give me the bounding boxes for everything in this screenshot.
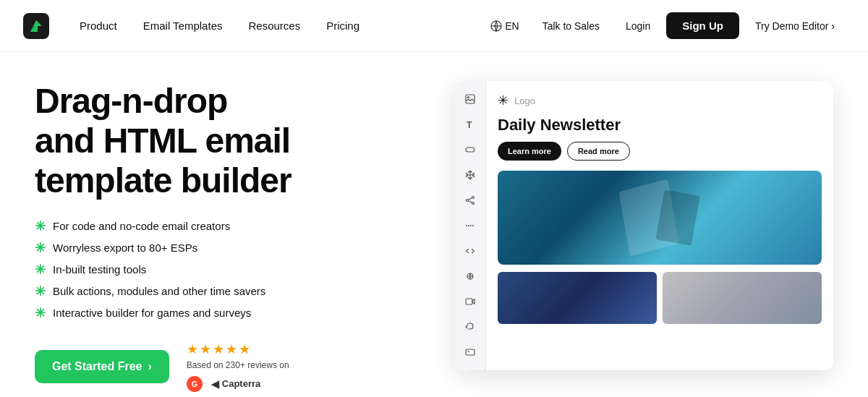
hero-title: Drag-n-dropand HTML emailtemplate builde… bbox=[35, 81, 425, 201]
feature-2: ✳ Worryless export to 80+ ESPs bbox=[35, 240, 425, 256]
svg-point-7 bbox=[466, 200, 468, 202]
language-selector[interactable]: EN bbox=[483, 14, 526, 38]
bullet-icon: ✳ bbox=[35, 218, 46, 234]
cta-row: Get Started Free › ★★★★★ Based on 230+ r… bbox=[35, 341, 425, 392]
get-started-button[interactable]: Get Started Free › bbox=[35, 350, 169, 383]
capterra-logo: ◀ Capterra bbox=[211, 378, 260, 390]
nav-product[interactable]: Product bbox=[69, 14, 127, 38]
email-hero-image bbox=[498, 171, 822, 265]
g2-logo: G bbox=[187, 376, 203, 392]
main-content: Drag-n-dropand HTML emailtemplate builde… bbox=[0, 52, 868, 397]
feature-label: Bulk actions, modules and other time sav… bbox=[53, 285, 265, 297]
editor-sidebar: T bbox=[454, 81, 486, 370]
email-action-buttons: Learn more Read more bbox=[498, 142, 822, 161]
feature-label: For code and no-code email creators bbox=[53, 220, 230, 232]
email-canvas: ✳ Logo Daily Newsletter Learn more Read … bbox=[486, 81, 833, 370]
nav-pricing[interactable]: Pricing bbox=[316, 14, 370, 38]
nav-resources[interactable]: Resources bbox=[238, 14, 310, 38]
feature-1: ✳ For code and no-code email creators bbox=[35, 218, 425, 234]
nav-right: EN Talk to Sales Login Sign Up Try Demo … bbox=[483, 12, 845, 39]
lang-label: EN bbox=[505, 20, 519, 32]
tool-code[interactable] bbox=[459, 241, 482, 260]
feature-label: Interactive builder for games and survey… bbox=[53, 307, 251, 319]
feature-3: ✳ In-built testing tools bbox=[35, 262, 425, 278]
tool-image2[interactable] bbox=[459, 342, 482, 362]
bullet-icon: ✳ bbox=[35, 305, 46, 321]
star-rating: ★★★★★ bbox=[187, 341, 289, 357]
features-list: ✳ For code and no-code email creators ✳ … bbox=[35, 218, 425, 321]
svg-point-6 bbox=[472, 197, 474, 199]
review-logos: G ◀ Capterra bbox=[187, 376, 289, 392]
tool-social[interactable] bbox=[459, 266, 482, 286]
email-newsletter-title: Daily Newsletter bbox=[498, 116, 822, 135]
nav-links: Product Email Templates Resources Pricin… bbox=[69, 14, 483, 38]
signup-button[interactable]: Sign Up bbox=[666, 12, 739, 39]
svg-point-3 bbox=[467, 96, 469, 98]
bullet-icon: ✳ bbox=[35, 283, 46, 299]
bullet-icon: ✳ bbox=[35, 240, 46, 256]
email-logo-text: Logo bbox=[514, 95, 535, 106]
feature-4: ✳ Bulk actions, modules and other time s… bbox=[35, 283, 425, 299]
editor-container: T bbox=[454, 81, 833, 370]
tool-undo[interactable] bbox=[459, 317, 482, 336]
svg-point-8 bbox=[472, 202, 474, 205]
talk-to-sales[interactable]: Talk to Sales bbox=[532, 14, 610, 38]
feature-label: In-built testing tools bbox=[53, 263, 146, 276]
svg-text:T: T bbox=[467, 120, 472, 129]
svg-rect-12 bbox=[466, 299, 472, 304]
feature-5: ✳ Interactive builder for games and surv… bbox=[35, 305, 425, 321]
email-bottom-images bbox=[498, 272, 822, 324]
email-bottom-image-1 bbox=[498, 272, 657, 324]
svg-point-14 bbox=[467, 351, 469, 352]
email-header: ✳ Logo bbox=[498, 93, 822, 108]
editor-preview: T bbox=[454, 81, 833, 397]
reviews-text: Based on 230+ reviews on bbox=[187, 360, 289, 370]
demo-editor-button[interactable]: Try Demo Editor › bbox=[745, 14, 845, 38]
login-button[interactable]: Login bbox=[616, 14, 660, 38]
navbar: Product Email Templates Resources Pricin… bbox=[0, 0, 868, 52]
hero-left: Drag-n-dropand HTML emailtemplate builde… bbox=[35, 81, 454, 397]
tool-button[interactable] bbox=[459, 140, 482, 160]
svg-rect-13 bbox=[466, 349, 475, 355]
image-shape-2 bbox=[655, 189, 699, 246]
tool-divider[interactable] bbox=[459, 216, 482, 236]
logo[interactable] bbox=[23, 13, 49, 39]
tool-image[interactable] bbox=[459, 90, 482, 109]
tool-video[interactable] bbox=[459, 291, 482, 311]
email-bottom-image-2 bbox=[663, 272, 822, 324]
tool-move[interactable] bbox=[459, 166, 482, 185]
tool-share[interactable] bbox=[459, 191, 482, 210]
svg-rect-5 bbox=[466, 148, 475, 152]
nav-email-templates[interactable]: Email Templates bbox=[133, 14, 233, 38]
email-logo-asterisk: ✳ bbox=[498, 93, 509, 108]
bullet-icon: ✳ bbox=[35, 262, 46, 278]
svg-rect-2 bbox=[466, 95, 475, 103]
tool-text[interactable]: T bbox=[459, 115, 482, 135]
reviews-block: ★★★★★ Based on 230+ reviews on G ◀ Capte… bbox=[187, 341, 289, 392]
email-learn-more[interactable]: Learn more bbox=[498, 142, 561, 161]
email-read-more[interactable]: Read more bbox=[567, 142, 630, 161]
feature-label: Worryless export to 80+ ESPs bbox=[53, 242, 197, 254]
